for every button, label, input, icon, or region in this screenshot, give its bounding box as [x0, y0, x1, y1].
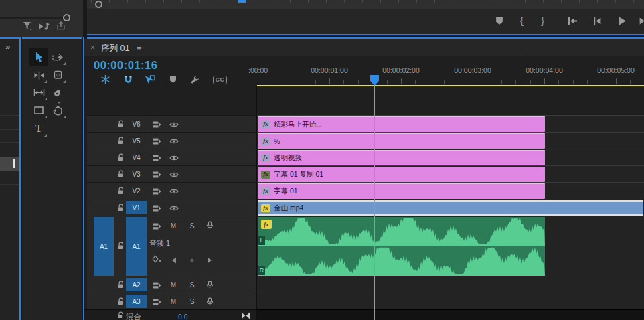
- fx-badge-icon[interactable]: fx: [261, 220, 272, 229]
- track-lock-icon[interactable]: [117, 153, 125, 162]
- track-lock-icon[interactable]: [117, 187, 125, 195]
- sync-lock-icon[interactable]: [152, 222, 161, 230]
- keyframe-type-icon[interactable]: ▾: [152, 255, 159, 263]
- voiceover-record-icon[interactable]: [206, 281, 214, 289]
- expand-panel-button[interactable]: »: [5, 42, 10, 52]
- panel-menu-icon[interactable]: ≡: [137, 42, 142, 52]
- clip-v3[interactable]: fx 字幕 01 复制 01: [258, 167, 545, 182]
- fx-badge-icon[interactable]: fx: [261, 121, 270, 129]
- clip-v4[interactable]: fx 透明视频: [258, 150, 545, 165]
- track-name-a3[interactable]: A3: [126, 295, 147, 308]
- go-to-in-button[interactable]: [568, 17, 578, 25]
- clip-v5[interactable]: fx %: [258, 133, 545, 149]
- sync-lock-icon[interactable]: [152, 171, 161, 179]
- mute-button[interactable]: M: [169, 222, 177, 230]
- track-lock-icon[interactable]: [117, 311, 124, 319]
- track-name-v5[interactable]: V5: [126, 134, 147, 147]
- track-lock-icon[interactable]: [117, 137, 125, 145]
- track-lock-icon[interactable]: [117, 204, 125, 212]
- mark-out-button[interactable]: }: [541, 15, 544, 26]
- toggle-track-output-icon[interactable]: [169, 121, 179, 128]
- fx-badge-icon[interactable]: fx: [261, 154, 270, 162]
- clip-audio-a1[interactable]: L R fx: [258, 217, 545, 276]
- monitor-mini-ruler[interactable]: [87, 0, 644, 9]
- add-marker-button[interactable]: [495, 17, 503, 25]
- time-ruler[interactable]: :00:00 00:00:01:00 00:00:02:00 00:00:03:…: [248, 56, 644, 85]
- captions-toggle-icon[interactable]: CC: [213, 76, 227, 84]
- track-name-a2[interactable]: A2: [126, 278, 147, 291]
- track-name-v4[interactable]: V4: [126, 151, 147, 164]
- audio-preview-icon[interactable]: [39, 22, 50, 31]
- toggle-track-output-icon[interactable]: [169, 205, 179, 212]
- hand-tool[interactable]: [50, 102, 66, 118]
- pen-tool[interactable]: [46, 81, 69, 104]
- clip-v2[interactable]: fx 字幕 01: [258, 183, 545, 199]
- solo-button[interactable]: S: [188, 281, 196, 289]
- mute-button[interactable]: M: [169, 298, 177, 305]
- sync-lock-icon[interactable]: [152, 204, 161, 212]
- track-name-v1[interactable]: V1: [126, 201, 147, 214]
- monitor-zoom-handle[interactable]: [95, 1, 102, 8]
- zoom-slider-handle[interactable]: [63, 14, 70, 21]
- pan-bowtie-icon[interactable]: [241, 312, 250, 319]
- track-lock-icon[interactable]: [117, 170, 125, 179]
- razor-tool[interactable]: [50, 67, 66, 83]
- track-name-v6[interactable]: V6: [126, 117, 147, 131]
- fx-badge-icon[interactable]: fx: [261, 204, 270, 212]
- add-marker-icon[interactable]: [169, 76, 177, 84]
- track-name-a1[interactable]: A1: [126, 217, 147, 276]
- sync-lock-icon[interactable]: [152, 137, 161, 145]
- step-forward-button[interactable]: [639, 17, 644, 25]
- rectangle-tool[interactable]: [31, 102, 47, 118]
- clip-v1-selected[interactable]: fx 金山.mp4: [258, 200, 643, 216]
- zoom-slider-track[interactable]: [0, 17, 63, 19]
- sync-lock-icon[interactable]: [152, 121, 161, 129]
- track-select-forward-tool[interactable]: [50, 49, 66, 65]
- mix-volume-value[interactable]: 0.0: [178, 313, 188, 320]
- timeline-lanes[interactable]: fx 精彩马上开始... fx % fx 透明视频 fx 字幕 01: [257, 115, 644, 320]
- fx-badge-icon[interactable]: fx: [261, 137, 270, 145]
- filter-icon[interactable]: [23, 21, 33, 31]
- track-name-v3[interactable]: V3: [126, 167, 147, 181]
- track-lock-icon[interactable]: [117, 242, 125, 250]
- sync-lock-icon[interactable]: [152, 298, 161, 306]
- slip-tool[interactable]: [31, 84, 47, 100]
- previous-keyframe-icon[interactable]: [171, 257, 177, 264]
- toggle-track-output-icon[interactable]: [169, 155, 179, 161]
- sync-lock-icon[interactable]: [152, 154, 161, 162]
- toggle-track-output-icon[interactable]: [169, 138, 179, 145]
- toggle-track-output-icon[interactable]: [169, 188, 179, 195]
- sync-lock-icon[interactable]: [152, 187, 161, 195]
- mute-button[interactable]: M: [169, 281, 177, 289]
- monitor-playhead-stub[interactable]: [238, 0, 246, 3]
- export-icon[interactable]: [56, 21, 66, 31]
- track-label-audio1[interactable]: 音频 1: [149, 238, 170, 248]
- linked-selection-icon[interactable]: [145, 75, 155, 84]
- selection-tool[interactable]: [31, 49, 47, 65]
- play-button[interactable]: [617, 16, 627, 26]
- toggle-track-output-icon[interactable]: [169, 171, 179, 178]
- fx-badge-icon[interactable]: fx: [261, 187, 270, 195]
- snap-toggle-icon[interactable]: [123, 75, 133, 84]
- track-lock-icon[interactable]: [117, 120, 125, 129]
- playhead-timecode[interactable]: 00:00:01:16: [94, 59, 157, 72]
- close-tab-icon[interactable]: ×: [90, 43, 95, 52]
- solo-button[interactable]: S: [188, 298, 196, 305]
- playhead-line[interactable]: [374, 86, 375, 320]
- voiceover-record-icon[interactable]: [206, 297, 214, 306]
- type-tool[interactable]: T: [31, 121, 47, 137]
- track-name-v2[interactable]: V2: [126, 184, 147, 197]
- solo-button[interactable]: S: [188, 222, 196, 230]
- tab-sequence-01[interactable]: 序列 01: [101, 43, 129, 54]
- track-lock-icon[interactable]: [117, 281, 125, 289]
- dock-selected-row[interactable]: [0, 157, 19, 171]
- next-keyframe-icon[interactable]: [207, 257, 212, 264]
- clip-v6[interactable]: fx 精彩马上开始...: [258, 116, 545, 132]
- fx-badge-icon[interactable]: fx: [261, 171, 270, 179]
- mark-in-button[interactable]: {: [520, 15, 524, 26]
- sync-lock-icon[interactable]: [152, 281, 161, 289]
- add-keyframe-icon[interactable]: [189, 258, 195, 263]
- voiceover-record-icon[interactable]: [206, 221, 214, 230]
- track-lock-icon[interactable]: [117, 297, 125, 306]
- ripple-edit-tool[interactable]: [31, 67, 47, 83]
